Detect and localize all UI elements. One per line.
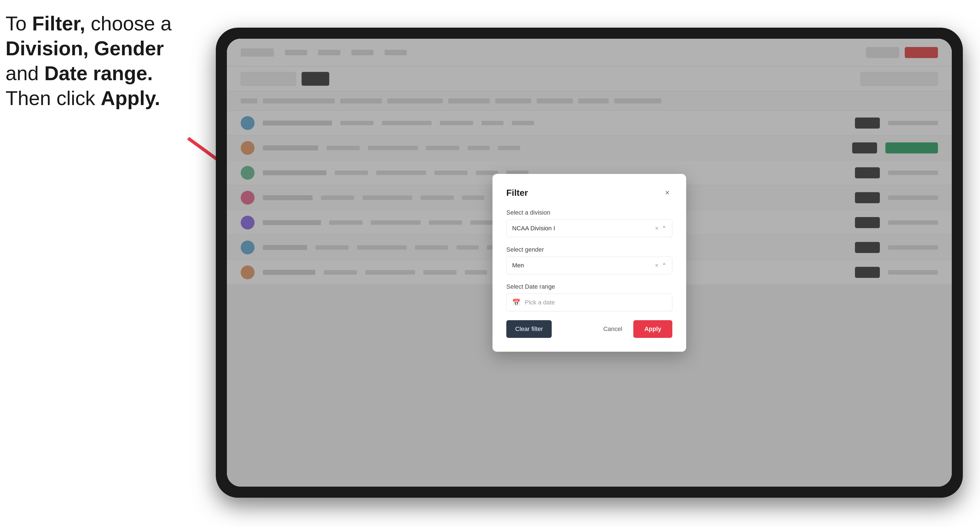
date-form-group: Select Date range 📅 Pick a date (506, 283, 672, 311)
gender-chevron-icon: ⌃ (662, 262, 667, 269)
calendar-icon: 📅 (512, 298, 520, 306)
division-select-controls: × ⌃ (655, 225, 667, 232)
tablet-device: Filter × Select a division NCAA Division… (216, 28, 963, 498)
gender-clear-icon[interactable]: × (655, 262, 659, 269)
modal-overlay: Filter × Select a division NCAA Division… (227, 39, 952, 487)
cancel-button[interactable]: Cancel (594, 320, 631, 338)
modal-close-button[interactable]: × (662, 188, 672, 198)
division-label: Select a division (506, 209, 672, 216)
division-select-value: NCAA Division I (512, 225, 555, 232)
division-chevron-icon: ⌃ (662, 225, 667, 232)
gender-select[interactable]: Men × ⌃ (506, 257, 672, 274)
division-clear-icon[interactable]: × (655, 225, 659, 232)
date-input[interactable]: 📅 Pick a date (506, 294, 672, 311)
modal-footer: Clear filter Cancel Apply (506, 320, 672, 338)
modal-header: Filter × (506, 188, 672, 198)
division-select[interactable]: NCAA Division I × ⌃ (506, 219, 672, 237)
apply-button[interactable]: Apply (633, 320, 672, 338)
filter-modal: Filter × Select a division NCAA Division… (493, 174, 686, 352)
date-placeholder: Pick a date (525, 299, 555, 306)
modal-title: Filter (506, 188, 528, 198)
footer-right-actions: Cancel Apply (594, 320, 672, 338)
tablet-screen: Filter × Select a division NCAA Division… (227, 39, 952, 487)
gender-form-group: Select gender Men × ⌃ (506, 246, 672, 274)
division-form-group: Select a division NCAA Division I × ⌃ (506, 209, 672, 237)
date-label: Select Date range (506, 283, 672, 290)
gender-select-value: Men (512, 262, 524, 269)
gender-label: Select gender (506, 246, 672, 253)
clear-filter-button[interactable]: Clear filter (506, 320, 552, 338)
gender-select-controls: × ⌃ (655, 262, 667, 269)
instruction-text: To Filter, choose a Division, Gender and… (6, 11, 172, 111)
